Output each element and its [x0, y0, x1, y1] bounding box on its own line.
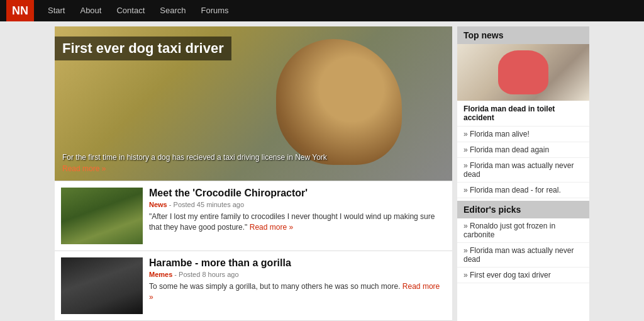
news-item-croc: Meet the 'Crocodile Chiropractor' News -…: [55, 181, 452, 251]
news-text-croc: Meet the 'Crocodile Chiropractor' News -…: [149, 188, 446, 244]
news-meta-harambe: Memes - Posted 8 hours ago: [149, 271, 446, 278]
nav-links: Start About Contact Search Forums: [40, 0, 236, 21]
hero-banner: First ever dog taxi driver For the first…: [55, 26, 452, 181]
news-thumb-harambe: [61, 257, 143, 314]
nav-search[interactable]: Search: [152, 0, 193, 21]
site-logo[interactable]: NN: [6, 0, 34, 21]
news-excerpt-croc: "After I lost my entire family to crocod…: [149, 211, 446, 233]
top-news-image: [457, 44, 589, 101]
news-readmore-croc[interactable]: Read more »: [250, 223, 293, 232]
hero-readmore-link[interactable]: Read more »: [62, 164, 106, 173]
thumb-image-harambe: [61, 257, 143, 314]
top-news-link-0[interactable]: Florida man alive!: [457, 127, 589, 142]
editors-pick-0[interactable]: Ronaldo just got frozen in carbonite: [457, 218, 589, 243]
top-news-main-headline: Florida man dead in toilet accident: [457, 101, 589, 127]
sidebar: Top news Florida man dead in toilet acci…: [457, 26, 589, 321]
news-meta-croc: News - Posted 45 minutes ago: [149, 201, 446, 208]
news-text-harambe: Harambe - more than a gorilla Memes - Po…: [149, 257, 446, 314]
news-category-harambe: Memes: [149, 271, 172, 278]
nav-start[interactable]: Start: [40, 0, 72, 21]
news-posted-harambe: - Posted 8 hours ago: [174, 271, 238, 278]
main-content: First ever dog taxi driver For the first…: [55, 26, 452, 321]
nav-about[interactable]: About: [72, 0, 109, 21]
hero-title: First ever dog taxi driver: [55, 37, 231, 60]
top-news-link-3[interactable]: Florida man dead - for real.: [457, 183, 589, 198]
editors-pick-1[interactable]: Florida man was actually never dead: [457, 243, 589, 268]
news-headline-croc[interactable]: Meet the 'Crocodile Chiropractor': [149, 188, 446, 199]
news-excerpt-harambe: To some he was simply a gorilla, but to …: [149, 281, 446, 303]
navbar: NN Start About Contact Search Forums: [0, 0, 644, 21]
editors-pick-2[interactable]: First ever dog taxi driver: [457, 268, 589, 283]
hero-caption: For the first time in history a dog has …: [55, 153, 452, 162]
news-posted-croc: - Posted 45 minutes ago: [169, 201, 244, 208]
top-news-link-1[interactable]: Florida man dead again: [457, 142, 589, 158]
news-headline-harambe[interactable]: Harambe - more than a gorilla: [149, 257, 446, 269]
top-news-link-2[interactable]: Florida man was actually never dead: [457, 158, 589, 183]
thumb-image-croc: [61, 188, 143, 244]
news-category-croc: News: [149, 201, 167, 208]
news-thumb-croc: [61, 188, 143, 244]
content-wrapper: First ever dog taxi driver For the first…: [55, 21, 589, 321]
editors-picks-title: Editor's picks: [457, 201, 589, 218]
news-item-harambe: Harambe - more than a gorilla Memes - Po…: [55, 251, 452, 320]
nav-forums[interactable]: Forums: [193, 0, 236, 21]
top-news-title: Top news: [457, 26, 589, 44]
nav-contact[interactable]: Contact: [109, 0, 152, 21]
